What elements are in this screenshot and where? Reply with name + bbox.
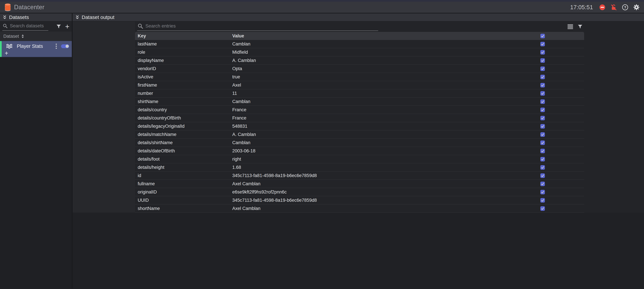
filter-datasets-icon[interactable] (56, 24, 61, 29)
checkmark-icon (541, 67, 544, 71)
table-row[interactable]: firstName Axel (135, 81, 584, 89)
entries-toolbar (135, 22, 584, 32)
row-checkbox[interactable] (540, 108, 545, 112)
row-value: France (232, 107, 540, 112)
row-checkbox[interactable] (540, 42, 545, 46)
row-value: Midfield (232, 50, 540, 55)
row-value: Axel (232, 83, 540, 88)
row-checkbox[interactable] (540, 190, 545, 194)
toggle-knob (66, 45, 69, 48)
row-checkbox[interactable] (540, 116, 545, 120)
table-row[interactable]: vendorID Opta (135, 65, 584, 73)
row-key: displayName (135, 58, 232, 63)
table-row[interactable]: details/country France (135, 106, 584, 114)
row-value: Axel Camblan (232, 181, 540, 186)
dataset-name: Player Stats (17, 44, 43, 49)
checkmark-icon (541, 59, 544, 62)
kebab-menu-icon[interactable] (56, 44, 57, 49)
row-key: UUID (135, 198, 232, 203)
sort-icon (21, 34, 24, 38)
row-checkbox[interactable] (540, 149, 545, 153)
row-value: 345c7113-fa81-4598-8a19-b6ec6e7859d8 (232, 173, 540, 178)
dataset-enabled-toggle[interactable] (61, 44, 69, 48)
dataset-list-sort-header[interactable]: Dataset (0, 32, 72, 41)
table-row[interactable]: details/foot right (135, 155, 584, 163)
table-row[interactable]: number 11 (135, 89, 584, 98)
table-row[interactable]: originalID e6se9kft2lf9hs92rof2pnn6c (135, 188, 584, 196)
table-row[interactable]: shirtName Camblan (135, 98, 584, 106)
checkmark-icon (541, 133, 544, 136)
svg-text:?: ? (624, 5, 626, 9)
dataset-item-player-stats[interactable]: Player Stats + (0, 41, 72, 57)
table-row[interactable]: isActive true (135, 73, 584, 81)
checkmark-icon (541, 83, 544, 87)
table-row[interactable]: details/height 1.68 (135, 163, 584, 171)
row-checkbox[interactable] (540, 58, 545, 63)
row-value: France (232, 115, 540, 121)
row-key: details/matchName (135, 132, 232, 137)
table-row[interactable]: role Midfield (135, 48, 584, 56)
checkmark-icon (541, 198, 544, 202)
table-row[interactable]: displayName A. Camblan (135, 56, 584, 65)
row-checkbox[interactable] (540, 67, 545, 71)
row-checkbox[interactable] (540, 173, 545, 178)
settings-gear-icon[interactable] (633, 4, 640, 11)
table-row[interactable]: UUID 345c7113-fa81-4598-8a19-b6ec6e7859d… (135, 196, 584, 204)
row-checkbox[interactable] (540, 132, 545, 137)
datasets-search-bar: + (0, 22, 72, 32)
checkmark-icon (541, 108, 544, 112)
row-value: 11 (232, 91, 540, 96)
row-checkbox[interactable] (540, 75, 545, 79)
checkmark-icon (541, 100, 544, 103)
column-header-value: Value (232, 33, 540, 39)
row-checkbox[interactable] (540, 91, 545, 96)
row-checkbox[interactable] (540, 157, 545, 161)
dataset-output-header: Dataset output (72, 14, 644, 22)
checkmark-icon (541, 174, 544, 177)
checkmark-icon (541, 141, 544, 145)
table-row[interactable]: fullname Axel Camblan (135, 180, 584, 188)
filter-entries-icon[interactable] (578, 25, 582, 29)
table-row[interactable]: details/dateOfBirth 2003-06-18 (135, 147, 584, 155)
row-checkbox[interactable] (540, 83, 545, 87)
table-row[interactable]: id 345c7113-fa81-4598-8a19-b6ec6e7859d8 (135, 171, 584, 180)
help-icon[interactable]: ? (622, 4, 628, 11)
row-checkbox[interactable] (540, 140, 545, 145)
row-key: details/height (135, 165, 232, 170)
table-row[interactable]: details/shirtName Camblan (135, 139, 584, 147)
search-datasets-input[interactable] (10, 23, 48, 29)
dataset-output-panel: Dataset output (72, 14, 644, 288)
table-row[interactable]: details/legacyOriginalId 548831 (135, 122, 584, 130)
row-key: details/shirtName (135, 140, 232, 145)
table-row[interactable]: lastName Camblan (135, 40, 584, 48)
row-checkbox[interactable] (540, 182, 545, 186)
select-all-checkbox[interactable] (540, 34, 545, 38)
table-header-row: Key Value (135, 32, 584, 40)
datasets-panel: Datasets + Dataset (0, 14, 72, 288)
row-checkbox[interactable] (540, 165, 545, 170)
add-dataset-button[interactable]: + (65, 23, 70, 30)
table-row[interactable]: details/matchName A. Camblan (135, 130, 584, 139)
app-title: Datacenter (14, 4, 44, 11)
row-key: shortName (135, 206, 232, 211)
table-row[interactable]: details/countryOfBirth France (135, 114, 584, 122)
row-key: role (135, 50, 232, 55)
row-value: true (232, 74, 540, 80)
datasets-panel-header: Datasets (0, 14, 72, 22)
collapse-chevron-icon[interactable] (75, 15, 79, 20)
row-checkbox[interactable] (540, 124, 545, 129)
table-row[interactable]: shortName Axel Camblan (135, 204, 584, 213)
window-top-strip (0, 0, 644, 2)
row-checkbox[interactable] (540, 50, 545, 55)
row-checkbox[interactable] (540, 198, 545, 203)
checkmark-icon (541, 149, 544, 153)
search-entries-input[interactable] (146, 23, 378, 29)
row-checkbox[interactable] (540, 99, 545, 104)
row-checkbox[interactable] (540, 206, 545, 211)
checkmark-icon (541, 157, 544, 161)
row-key: originalID (135, 189, 232, 195)
row-key: vendorID (135, 66, 232, 71)
add-entry-button[interactable]: + (5, 50, 8, 57)
collapse-chevron-icon[interactable] (3, 15, 7, 20)
row-density-icon[interactable] (568, 24, 573, 29)
